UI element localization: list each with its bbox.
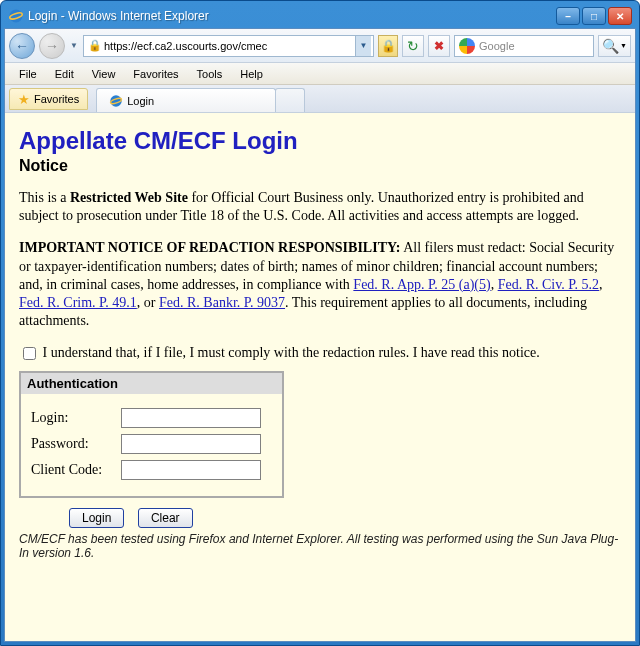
menu-favorites[interactable]: Favorites [125, 65, 186, 83]
address-bar[interactable]: 🔒 https://ecf.ca2.uscourts.gov/cmec ▼ [83, 35, 374, 57]
client-area: ← → ▼ 🔒 https://ecf.ca2.uscourts.gov/cme… [4, 28, 636, 642]
acknowledge-checkbox[interactable] [23, 347, 36, 360]
redaction-paragraph: IMPORTANT NOTICE OF REDACTION RESPONSIBI… [19, 239, 621, 330]
clear-button[interactable]: Clear [138, 508, 193, 528]
titlebar: Login - Windows Internet Explorer – □ ✕ [4, 4, 636, 28]
link-fed-r-app[interactable]: Fed. R. App. P. 25 (a)(5) [353, 277, 490, 292]
notice-text-a: This is a [19, 190, 70, 205]
stop-icon: ✖ [434, 39, 444, 53]
window-title: Login - Windows Internet Explorer [28, 9, 556, 23]
menu-edit[interactable]: Edit [47, 65, 82, 83]
security-lock-icon[interactable]: 🔒 [378, 35, 398, 57]
ie-tab-icon [109, 94, 123, 108]
window-controls: – □ ✕ [556, 7, 632, 25]
restricted-bold: Restricted Web Site [70, 190, 188, 205]
search-button[interactable]: 🔍▼ [598, 35, 631, 57]
menu-bar: File Edit View Favorites Tools Help [5, 63, 635, 85]
forward-button[interactable]: → [39, 33, 65, 59]
star-icon: ★ [18, 92, 30, 107]
tab-login[interactable]: Login [96, 88, 276, 112]
password-row: Password: [31, 434, 272, 454]
url-text: https://ecf.ca2.uscourts.gov/cmec [104, 40, 355, 52]
minimize-button[interactable]: – [556, 7, 580, 25]
favorites-label: Favorites [34, 93, 79, 105]
sep3: , or [137, 295, 159, 310]
sep2: , [599, 277, 603, 292]
search-box[interactable]: Google [454, 35, 594, 57]
url-dropdown-icon[interactable]: ▼ [355, 36, 371, 56]
address-toolbar: ← → ▼ 🔒 https://ecf.ca2.uscourts.gov/cme… [5, 29, 635, 63]
login-row: Login: [31, 408, 272, 428]
search-placeholder: Google [479, 40, 514, 52]
button-row: Login Clear [19, 508, 621, 528]
password-input[interactable] [121, 434, 261, 454]
menu-help[interactable]: Help [232, 65, 271, 83]
ie-icon [8, 8, 24, 24]
menu-tools[interactable]: Tools [189, 65, 231, 83]
stop-button[interactable]: ✖ [428, 35, 450, 57]
menu-view[interactable]: View [84, 65, 124, 83]
client-code-row: Client Code: [31, 460, 272, 480]
tab-label: Login [127, 95, 154, 107]
chevron-down-icon: ▼ [620, 42, 627, 49]
redaction-bold: IMPORTANT NOTICE OF REDACTION RESPONSIBI… [19, 240, 400, 255]
new-tab-button[interactable] [275, 88, 305, 112]
page-title: Appellate CM/ECF Login [19, 127, 621, 155]
search-icon: 🔍 [602, 38, 619, 54]
acknowledge-row: I understand that, if I file, I must com… [19, 344, 621, 363]
auth-body: Login: Password: Client Code: [21, 394, 282, 496]
acknowledge-label: I understand that, if I file, I must com… [43, 345, 540, 360]
site-icon: 🔒 [88, 39, 102, 53]
nav-history-dropdown[interactable]: ▼ [69, 35, 79, 57]
sep1: , [491, 277, 498, 292]
menu-file[interactable]: File [11, 65, 45, 83]
link-fed-r-civ[interactable]: Fed. R. Civ. P. 5.2 [498, 277, 599, 292]
client-code-input[interactable] [121, 460, 261, 480]
auth-box: Authentication Login: Password: Client C… [19, 371, 284, 498]
page-subtitle: Notice [19, 157, 621, 175]
login-input[interactable] [121, 408, 261, 428]
client-code-label: Client Code: [31, 462, 121, 478]
maximize-button[interactable]: □ [582, 7, 606, 25]
password-label: Password: [31, 436, 121, 452]
refresh-icon: ↻ [407, 38, 419, 54]
notice-paragraph: This is a Restricted Web Site for Offici… [19, 189, 621, 225]
login-label: Login: [31, 410, 121, 426]
link-fed-r-crim[interactable]: Fed. R. Crim. P. 49.1 [19, 295, 137, 310]
google-icon [459, 38, 475, 54]
page-content: Appellate CM/ECF Login Notice This is a … [5, 113, 635, 641]
link-fed-r-bankr[interactable]: Fed. R. Bankr. P. 9037 [159, 295, 285, 310]
login-button[interactable]: Login [69, 508, 124, 528]
window-frame: Login - Windows Internet Explorer – □ ✕ … [0, 0, 640, 646]
favorites-button[interactable]: ★ Favorites [9, 88, 88, 110]
auth-header: Authentication [21, 373, 282, 394]
close-button[interactable]: ✕ [608, 7, 632, 25]
tab-row: ★ Favorites Login [5, 85, 635, 113]
back-button[interactable]: ← [9, 33, 35, 59]
refresh-button[interactable]: ↻ [402, 35, 424, 57]
footer-note: CM/ECF has been tested using Firefox and… [19, 532, 621, 560]
